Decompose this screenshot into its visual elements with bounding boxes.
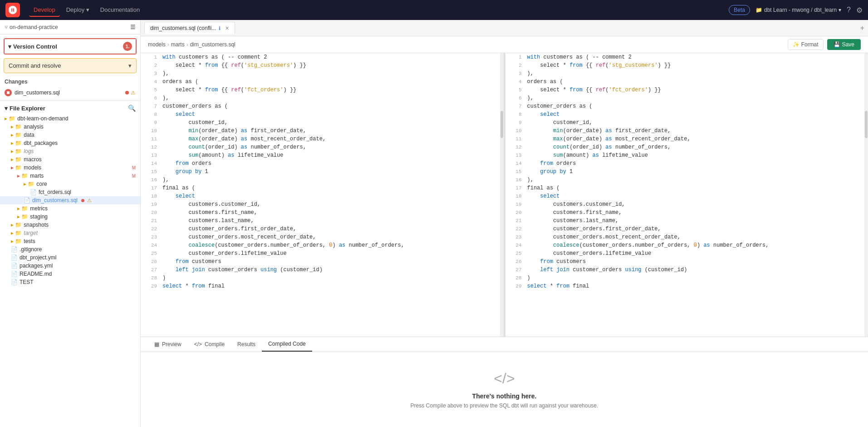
add-tab-button[interactable]: + bbox=[860, 24, 864, 32]
right-scrollbar[interactable] bbox=[864, 53, 868, 337]
tree-label: packages.yml bbox=[20, 263, 53, 269]
tree-label: dim_customers.sql bbox=[32, 197, 78, 204]
code-line: 19 customers.customer_id, bbox=[505, 200, 868, 209]
nav-develop[interactable]: Develop bbox=[29, 4, 60, 17]
save-button[interactable]: 💾 Save bbox=[827, 39, 861, 50]
tree-item[interactable]: 📄packages.yml bbox=[0, 262, 140, 270]
breadcrumb-file[interactable]: dim_customers.sql bbox=[190, 41, 235, 48]
code-line: 20 customers.first_name, bbox=[505, 209, 868, 217]
nav-documentation[interactable]: Documentation bbox=[96, 4, 144, 17]
nav-deploy[interactable]: Deploy ▾ bbox=[62, 4, 94, 17]
left-editor-pane[interactable]: 1with customers as ( -- comment 22 selec… bbox=[141, 53, 504, 337]
tree-item[interactable]: 📄.gitignore bbox=[0, 245, 140, 253]
change-dot bbox=[125, 91, 129, 94]
line-number: 28 bbox=[509, 274, 522, 282]
code-line: 13 sum(amount) as lifetime_value bbox=[141, 151, 504, 159]
line-number: 17 bbox=[144, 184, 157, 192]
tree-item[interactable]: 📄fct_orders.sql bbox=[0, 188, 140, 196]
tab-close-icon[interactable]: ✕ bbox=[225, 25, 229, 31]
line-number: 18 bbox=[509, 193, 522, 200]
bottom-tab[interactable]: </> Compile bbox=[188, 337, 231, 352]
line-number: 15 bbox=[144, 168, 157, 176]
sidebar-menu-icon[interactable]: ☰ bbox=[130, 24, 136, 30]
tree-item[interactable]: 📄README.md bbox=[0, 270, 140, 278]
tree-item[interactable]: ▸ 📁data bbox=[0, 131, 140, 139]
line-content: customer_id, bbox=[527, 119, 593, 127]
tree-item[interactable]: ▸ 📁snapshots bbox=[0, 221, 140, 229]
tree-item[interactable]: ▸ 📁staging bbox=[0, 213, 140, 221]
line-number: 6 bbox=[144, 94, 157, 102]
folder-icon: ▸ 📁 bbox=[11, 124, 22, 130]
code-line: 1with customers as ( -- comment 2 bbox=[141, 53, 504, 61]
tree-item[interactable]: ▸ 📁analysis bbox=[0, 123, 140, 131]
tree-label: dbt_project.yml bbox=[20, 254, 56, 261]
tree-item[interactable]: ▸ 📁martsM bbox=[0, 172, 140, 180]
format-button[interactable]: ✨ Format bbox=[788, 39, 824, 50]
file-search-icon[interactable]: 🔍 bbox=[128, 104, 136, 112]
project-selector[interactable]: 📁 dbt Learn - mwong / dbt_learn ▾ bbox=[755, 7, 841, 13]
code-line: 2 select * from {{ ref('stg_customers') … bbox=[141, 61, 504, 70]
editor-area: 1with customers as ( -- comment 22 selec… bbox=[141, 53, 868, 337]
right-editor-pane[interactable]: 1with customers as ( -- comment 22 selec… bbox=[505, 53, 868, 337]
tree-label: target bbox=[24, 230, 38, 236]
code-line: 8 select bbox=[505, 110, 868, 119]
tree-item[interactable]: ▸ 📁macros bbox=[0, 155, 140, 164]
line-number: 12 bbox=[144, 144, 157, 151]
tree-badge: M bbox=[132, 165, 136, 170]
file-icon: 📄 bbox=[24, 197, 30, 204]
settings-icon[interactable]: ⚙ bbox=[856, 6, 863, 15]
line-content: coalesce(customer_orders.number_of_order… bbox=[527, 241, 769, 249]
breadcrumb-marts[interactable]: marts bbox=[171, 41, 185, 48]
file-explorer-label: File Explorer bbox=[10, 105, 45, 112]
bottom-tab-bar: ▦ Preview</> CompileResultsCompiled Code bbox=[141, 337, 868, 352]
line-content: customer_orders as ( bbox=[527, 102, 593, 110]
version-control-section: ▾ Version Control 1. bbox=[4, 38, 137, 55]
tree-item[interactable]: ▸ 📁logs bbox=[0, 147, 140, 155]
bottom-tab[interactable]: Compiled Code bbox=[262, 337, 312, 352]
tree-label: .gitignore bbox=[20, 246, 42, 253]
line-number: 18 bbox=[144, 193, 157, 200]
version-control-header[interactable]: ▾ Version Control 1. bbox=[5, 39, 136, 54]
tab-dim-customers[interactable]: dim_customers.sql (confli... ℹ ✕ bbox=[144, 22, 235, 34]
beta-badge[interactable]: Beta bbox=[729, 5, 750, 15]
tree-item[interactable]: ▸ 📁dbt-learn-on-demand bbox=[0, 114, 140, 123]
code-line: 15 group by 1 bbox=[141, 168, 504, 176]
tree-item[interactable]: ▸ 📁tests bbox=[0, 237, 140, 245]
commit-resolve-bar[interactable]: Commit and resolve ▾ bbox=[4, 58, 137, 73]
help-icon[interactable]: ? bbox=[847, 6, 851, 14]
bottom-tab[interactable]: Results bbox=[231, 337, 262, 352]
tree-item[interactable]: 📄TEST bbox=[0, 278, 140, 286]
folder-icon: 📁 bbox=[755, 7, 762, 13]
tree-item[interactable]: 📄dim_customers.sql⚠ bbox=[0, 196, 140, 204]
file-explorer-title: ▾ File Explorer bbox=[5, 105, 45, 112]
version-control-label: Version Control bbox=[13, 43, 57, 50]
breadcrumb-models[interactable]: models bbox=[148, 41, 166, 48]
line-number: 2 bbox=[144, 62, 157, 70]
bottom-tab[interactable]: ▦ Preview bbox=[148, 337, 188, 352]
code-line: 11 max(order_date) as most_recent_order_… bbox=[505, 135, 868, 143]
code-line: 2 select * from {{ ref('stg_customers') … bbox=[505, 61, 868, 70]
code-line: 21 customers.last_name, bbox=[505, 217, 868, 225]
tree-item[interactable]: ▸ 📁dbt_packages bbox=[0, 139, 140, 147]
tree-item[interactable]: ▸ 📁modelsM bbox=[0, 164, 140, 172]
tree-label: data bbox=[24, 132, 34, 138]
line-content: customers.customer_id, bbox=[527, 200, 625, 209]
tree-label: snapshots bbox=[24, 222, 49, 228]
tree-item[interactable]: 📄dbt_project.yml bbox=[0, 253, 140, 262]
line-content: select * from {{ ref('fct_orders') }} bbox=[527, 86, 661, 94]
code-line: 26 from customers bbox=[141, 258, 504, 266]
line-number: 28 bbox=[144, 274, 157, 282]
change-item[interactable]: dim_customers.sql ⚠ bbox=[0, 87, 140, 99]
tree-item[interactable]: ▸ 📁metrics bbox=[0, 204, 140, 213]
line-content: select bbox=[162, 110, 195, 119]
line-number: 24 bbox=[509, 242, 522, 249]
line-number: 25 bbox=[509, 250, 522, 258]
line-content: sum(amount) as lifetime_value bbox=[162, 151, 283, 159]
line-number: 8 bbox=[509, 111, 522, 119]
tree-item[interactable]: ▸ 📁target bbox=[0, 229, 140, 237]
left-scrollbar[interactable] bbox=[500, 53, 504, 337]
tree-item[interactable]: ▸ 📁core bbox=[0, 180, 140, 188]
code-line: 24 coalesce(customer_orders.number_of_or… bbox=[505, 241, 868, 249]
line-number: 21 bbox=[144, 217, 157, 225]
code-line: 12 count(order_id) as number_of_orders, bbox=[141, 143, 504, 151]
